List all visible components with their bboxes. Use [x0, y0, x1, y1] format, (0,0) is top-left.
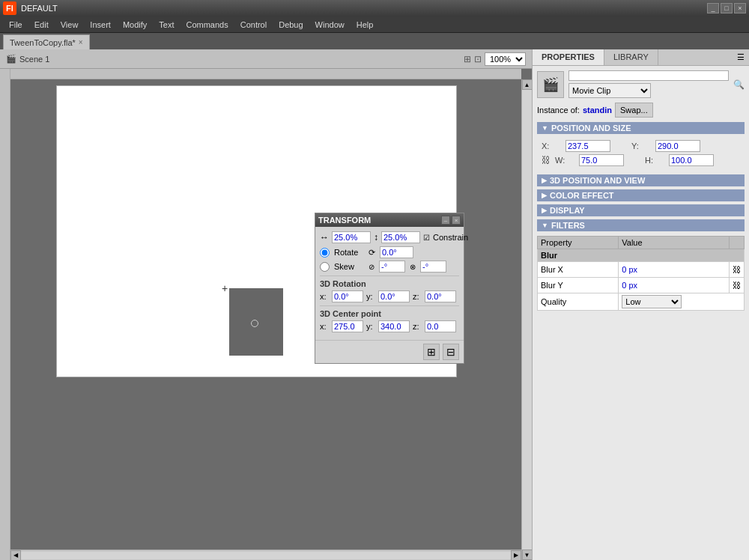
- movie-clip-object[interactable]: +: [229, 288, 283, 356]
- horizontal-scrollbar[interactable]: ◀ ▶: [10, 550, 521, 560]
- scroll-up-btn[interactable]: ▲: [522, 79, 533, 90]
- blur-x-input[interactable]: [622, 264, 659, 276]
- blur-y-link[interactable]: ⛓: [730, 278, 745, 293]
- transform-center: [251, 320, 258, 327]
- minimize-btn[interactable]: _: [707, 3, 719, 13]
- skew-radio[interactable]: [320, 262, 330, 272]
- y-label: Y:: [631, 141, 652, 150]
- props-search-icon[interactable]: 🔍: [733, 79, 745, 90]
- scale-w-icon: ↔: [320, 232, 329, 243]
- quality-label: Quality: [538, 293, 619, 311]
- link-icon[interactable]: ⛓: [542, 155, 551, 165]
- cx-input[interactable]: [332, 320, 363, 332]
- 3d-center-row: x: y: z:: [320, 320, 459, 332]
- document-tab[interactable]: TweenToCopy.fla* ×: [3, 34, 90, 49]
- dialog-titlebar[interactable]: TRANSFORM – ×: [315, 213, 464, 227]
- symbol-type-select[interactable]: Movie Clip Button Graphic: [568, 83, 651, 98]
- dialog-close-btn[interactable]: ×: [452, 216, 461, 225]
- 3d-pos-title: 3D POSITION AND VIEW: [550, 176, 645, 185]
- menu-debug[interactable]: Debug: [273, 19, 309, 31]
- section-3d-pos[interactable]: ▶ 3D POSITION AND VIEW: [537, 174, 745, 186]
- scroll-down-btn[interactable]: ▼: [522, 550, 533, 560]
- constrain-label: Constrain: [433, 233, 468, 242]
- vertical-scrollbar[interactable]: ▲ ▼: [521, 79, 532, 560]
- divider-1: [320, 276, 459, 276]
- arrow-filters: ▼: [542, 222, 548, 229]
- display-title: DISPLAY: [550, 206, 585, 215]
- scale-row: ↔ ↕ ☑ Constrain: [320, 231, 459, 243]
- tab-name: TweenToCopy.fla*: [10, 38, 76, 47]
- rot-x-input[interactable]: [332, 290, 363, 302]
- w-input[interactable]: [579, 154, 624, 166]
- rot-z-input[interactable]: [425, 290, 456, 302]
- rotate-icon: ⟳: [369, 248, 375, 258]
- menu-edit[interactable]: Edit: [28, 19, 55, 31]
- scroll-right-btn[interactable]: ▶: [511, 550, 521, 561]
- h-input[interactable]: [669, 154, 714, 166]
- title-bar-controls[interactable]: _ □ ×: [707, 3, 746, 13]
- tab-close-btn[interactable]: ×: [79, 38, 83, 46]
- props-content: 🎬 Movie Clip Button Graphic 🔍 Instance o…: [533, 66, 749, 560]
- stage-align-icon[interactable]: ⊞: [464, 54, 471, 64]
- menu-window[interactable]: Window: [309, 19, 351, 31]
- rot-y-label: y:: [366, 292, 375, 301]
- swap-btn[interactable]: Swap...: [615, 103, 653, 118]
- scene-icon: 🎬: [6, 54, 16, 64]
- skew-input1[interactable]: [379, 261, 405, 273]
- dialog-content: ↔ ↕ ☑ Constrain Rotate ⟳: [315, 227, 464, 340]
- section-filters[interactable]: ▼ FILTERS: [537, 219, 745, 231]
- maximize-btn[interactable]: □: [721, 3, 733, 13]
- rotate-radio[interactable]: [320, 248, 330, 258]
- blur-x-link[interactable]: ⛓: [730, 262, 745, 278]
- y-input[interactable]: [655, 140, 700, 152]
- constrain-checkbox[interactable]: ☑: [423, 234, 430, 242]
- menu-view[interactable]: View: [55, 19, 85, 31]
- symbol-name-input[interactable]: [568, 70, 729, 81]
- menu-file[interactable]: File: [3, 19, 28, 31]
- tab-bar: TweenToCopy.fla* ×: [0, 33, 749, 49]
- menu-help[interactable]: Help: [351, 19, 380, 31]
- instance-of-label: Instance of:: [537, 106, 580, 115]
- blur-y-input[interactable]: [622, 279, 659, 291]
- close-btn[interactable]: ×: [734, 3, 746, 13]
- filter-col-value: Value: [619, 237, 730, 249]
- dialog-collapse-btn[interactable]: –: [441, 216, 450, 225]
- quality-select[interactable]: Low Medium High: [622, 295, 682, 308]
- menu-insert[interactable]: Insert: [84, 19, 117, 31]
- dialog-buttons[interactable]: – ×: [441, 216, 461, 225]
- ruler-vertical: [0, 69, 10, 560]
- section-pos-size[interactable]: ▼ POSITION AND SIZE: [537, 122, 745, 134]
- arrow-color-effect: ▶: [542, 192, 547, 199]
- panel-menu-btn[interactable]: ☰: [733, 49, 749, 65]
- blur-group-label: Blur: [538, 249, 745, 262]
- tab-library[interactable]: LIBRARY: [604, 49, 658, 65]
- scale-w-input[interactable]: [332, 231, 371, 243]
- menu-commands[interactable]: Commands: [180, 19, 234, 31]
- x-input[interactable]: [565, 140, 610, 152]
- arrow-pos-size: ▼: [542, 124, 548, 132]
- cy-input[interactable]: [378, 320, 410, 332]
- cz-input[interactable]: [425, 320, 456, 332]
- menu-text[interactable]: Text: [153, 19, 180, 31]
- section-color-effect[interactable]: ▶ COLOR EFFECT: [537, 189, 745, 201]
- menu-control[interactable]: Control: [234, 19, 273, 31]
- cz-label: z:: [413, 322, 422, 331]
- pos-size-content: X: Y: ⛓ W: H:: [537, 137, 745, 171]
- tab-properties[interactable]: PROPERTIES: [533, 49, 604, 65]
- scroll-left-btn[interactable]: ◀: [10, 550, 21, 561]
- blur-x-label: Blur X: [538, 262, 619, 278]
- section-display[interactable]: ▶ DISPLAY: [537, 204, 745, 216]
- rotate-input[interactable]: [380, 246, 413, 258]
- filters-content: Property Value Blur Blur X: [537, 234, 745, 312]
- skew-input2[interactable]: [420, 261, 446, 273]
- menu-modify[interactable]: Modify: [117, 19, 153, 31]
- reset-btn[interactable]: ⊞: [423, 344, 440, 360]
- stage-center-icon[interactable]: ⊡: [474, 54, 482, 64]
- title-bar-left: Fl DEFAULT: [3, 1, 58, 15]
- w-label: W:: [555, 156, 576, 165]
- copy-btn[interactable]: ⊟: [443, 344, 459, 360]
- instance-row: Instance of: standin Swap...: [537, 103, 745, 118]
- zoom-select[interactable]: 100% 50% 200%: [485, 52, 526, 66]
- scale-h-input[interactable]: [381, 231, 420, 243]
- rot-y-input[interactable]: [378, 290, 410, 302]
